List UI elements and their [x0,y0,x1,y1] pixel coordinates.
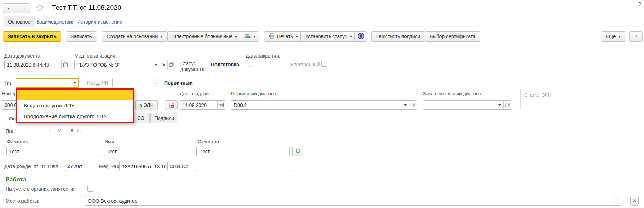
dropdown-item-continuation-other-lpu[interactable]: Продолжение листка другого ЛПУ [17,111,133,122]
back-arrow-icon: ← [7,5,13,11]
workplace-label: Место работы: [6,198,39,204]
middlename-value: Тест [197,149,289,154]
eln-status-label: Статус ЭЛН: [524,92,553,98]
header-divider [0,28,644,28]
electronic-sick-notes-button[interactable]: Электронные больничные [168,31,243,42]
firstname-value: Тест [104,149,196,154]
eln-status-separator [520,89,521,109]
set-status-button[interactable]: Установить статус [300,31,357,42]
med-org-combobox[interactable]: ГБУЗ ТО "ОБ № 3" [74,60,175,69]
electronic-label: Электронный: [290,62,322,67]
firstname-field[interactable]: Тест [104,147,197,156]
close-date-label: Дата закрытия: [246,53,280,59]
globe-icon [357,32,365,41]
chevron-down-icon[interactable] [71,79,78,87]
patients-menu-button[interactable] [241,31,259,42]
print-button[interactable]: Печать [264,31,303,42]
employment-registered-label: На учете в органах занятости: [6,186,74,192]
doc-date-field[interactable]: 11.08.2020 8:44:43 [4,60,69,69]
calendar-icon[interactable] [217,101,225,109]
clear-x-icon[interactable] [160,60,167,69]
select-certificate-button[interactable]: Выбор сертификата [425,31,480,42]
type-label: Тип: [4,80,14,86]
ellipsis-icon[interactable]: ... [152,78,160,87]
birthdate-field[interactable]: 01.01.1993 [31,162,66,171]
prev-ln-field[interactable]: ... [112,78,160,87]
gender-female-option[interactable]: Ж [69,128,81,133]
chevron-down-icon [296,36,298,38]
calendar-icon[interactable] [61,60,69,69]
workplace-clear-button[interactable] [630,196,639,206]
refresh-patient-button[interactable] [292,146,303,156]
issue-date-field[interactable]: 11.08.2020 [180,100,225,110]
employment-registered-checkbox[interactable] [87,186,93,192]
snils-field[interactable]: - - [196,162,294,171]
electronic-sick-notes-label: Электронные больничные [173,34,232,39]
chevron-down-icon [160,36,163,38]
open-item-icon[interactable] [503,101,511,109]
page-title: Тест Т.Т. от 11.08.2020 [52,4,121,12]
clear-signatures-button[interactable]: Очистисть подписи [371,31,425,42]
dropdown-item-issued-other-lpu[interactable]: Выдан в другом ЛПУ [17,100,133,111]
section-tab-history[interactable]: История изменений [77,19,122,25]
doc-date-label: Дата документа: [4,53,42,59]
snils-value: - - [196,164,294,169]
help-button[interactable]: ? [629,31,643,42]
firstname-label: Имя: [105,139,115,145]
male-label: М [58,128,62,133]
more-button[interactable]: Еще [601,31,626,42]
issue-date-value: 11.08.2020 [180,102,217,108]
birthdate-value: 01.01.1993 [31,164,66,169]
tab-panel-top-border [3,123,644,123]
save-button[interactable]: Записать [66,31,97,42]
gender-male-option[interactable]: М [50,128,62,133]
medcard-field[interactable]: 183216595 от 18.10.18, Ам [119,162,168,171]
lastname-field[interactable]: Тест [6,147,99,156]
type-combobox[interactable] [16,78,79,88]
middlename-field[interactable]: Тест [197,147,290,156]
create-on-basis-label: Создать на основании [107,34,158,39]
section-tab-main[interactable]: Основное [4,16,35,27]
create-on-basis-button[interactable]: Создать на основании [102,31,168,42]
workplace-field[interactable]: ООО Вектор, аудитор ... [85,196,621,206]
eln-number-button[interactable]: р ЭЛН [135,100,158,110]
close-date-placeholder: . . [246,62,286,68]
prev-ln-label: Пред. ЛН: [87,80,109,86]
cancel-eln-button[interactable] [165,100,178,110]
dropdown-item-empty[interactable] [17,90,133,100]
chevron-down-icon[interactable] [496,101,503,109]
forward-arrow-icon: → [20,5,26,11]
close-date-field[interactable]: . . [246,60,286,69]
snils-label: СНИЛС: [170,163,188,169]
chevron-down-icon [618,36,621,38]
open-item-icon[interactable] [409,101,417,109]
gender-label: Пол: [6,128,16,134]
chevron-down-icon[interactable] [401,101,409,109]
chevron-down-icon[interactable] [152,60,160,69]
window-help-icon[interactable]: ? [638,1,641,7]
section-tab-interactions[interactable]: Взаимодействия [36,19,75,25]
radio-female[interactable] [69,128,74,133]
document-cancel-icon [168,102,174,109]
tab-mse[interactable]: СЭ [132,113,150,123]
type-dropdown-list: Выдан в другом ЛПУ Продолжение листка др… [16,88,134,123]
web-service-button[interactable] [354,31,367,42]
primary-flag-value: Первичный [164,80,193,86]
save-close-button[interactable]: Записать и закрыть [3,31,61,42]
open-item-icon[interactable] [167,60,175,69]
favorite-star-icon[interactable] [35,3,45,14]
ellipsis-icon[interactable]: ... [613,196,621,205]
printer-icon [269,33,274,40]
primary-diagnosis-combobox[interactable]: D00.2 [231,100,417,110]
forward-button[interactable]: → [16,3,30,13]
electronic-checkbox[interactable] [321,61,327,67]
back-button[interactable]: ← [3,3,16,13]
age-value: 27 лет [67,163,82,169]
doc-date-value: 11.08.2020 8:44:43 [5,62,61,68]
chevron-down-icon [253,36,256,38]
final-diagnosis-combobox[interactable] [423,100,511,110]
tab-signatures[interactable]: Подписи [150,113,178,123]
radio-male[interactable] [50,128,55,133]
doc-status-label: Статус документа: [180,61,213,72]
medcard-value: 183216595 от 18.10.18, Ам [120,164,167,169]
